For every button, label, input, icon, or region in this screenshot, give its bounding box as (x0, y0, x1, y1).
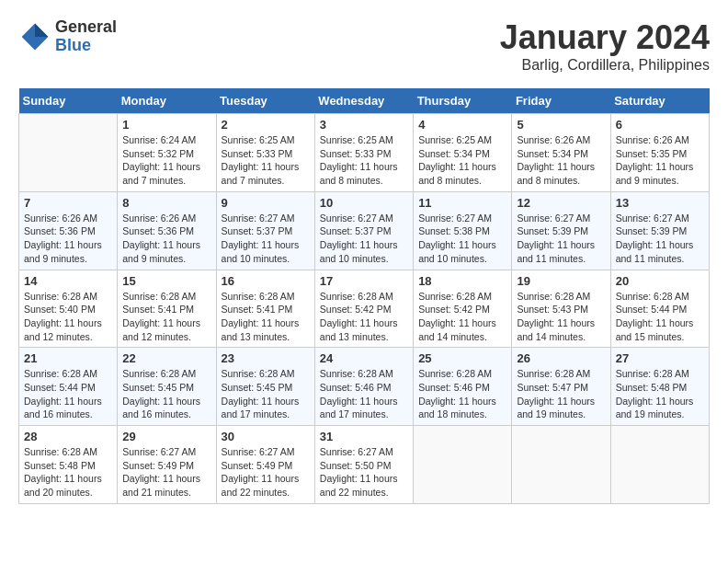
day-number: 23 (222, 351, 310, 365)
calendar-day-cell: 30Sunrise: 6:27 AMSunset: 5:49 PMDayligh… (216, 426, 314, 504)
calendar-day-cell: 29Sunrise: 6:27 AMSunset: 5:49 PMDayligh… (118, 426, 216, 504)
day-info: Sunrise: 6:28 AMSunset: 5:47 PMDaylight:… (517, 367, 605, 421)
day-number: 14 (24, 274, 112, 288)
calendar-day-cell: 21Sunrise: 6:28 AMSunset: 5:44 PMDayligh… (19, 348, 118, 426)
col-header-wednesday: Wednesday (314, 88, 413, 114)
day-number: 13 (616, 196, 704, 210)
col-header-monday: Monday (118, 88, 216, 114)
day-info: Sunrise: 6:26 AMSunset: 5:36 PMDaylight:… (122, 212, 210, 266)
calendar-day-cell: 31Sunrise: 6:27 AMSunset: 5:50 PMDayligh… (314, 426, 413, 504)
day-number: 28 (24, 430, 112, 443)
day-info: Sunrise: 6:28 AMSunset: 5:48 PMDaylight:… (616, 367, 704, 421)
col-header-saturday: Saturday (610, 88, 709, 114)
calendar-day-cell: 7Sunrise: 6:26 AMSunset: 5:36 PMDaylight… (19, 191, 118, 270)
calendar-table: SundayMondayTuesdayWednesdayThursdayFrid… (18, 88, 710, 504)
calendar-week-row: 1Sunrise: 6:24 AMSunset: 5:32 PMDaylight… (19, 114, 710, 192)
calendar-header-row: SundayMondayTuesdayWednesdayThursdayFrid… (19, 88, 710, 114)
day-number: 31 (320, 430, 408, 443)
logo-text: General Blue (55, 18, 117, 55)
day-info: Sunrise: 6:27 AMSunset: 5:37 PMDaylight:… (222, 212, 310, 266)
day-info: Sunrise: 6:28 AMSunset: 5:41 PMDaylight:… (122, 290, 210, 344)
calendar-day-cell: 17Sunrise: 6:28 AMSunset: 5:42 PMDayligh… (314, 270, 413, 348)
logo: General Blue (18, 18, 117, 55)
calendar-day-cell: 4Sunrise: 6:25 AMSunset: 5:34 PMDaylight… (414, 114, 512, 192)
day-info: Sunrise: 6:27 AMSunset: 5:49 PMDaylight:… (222, 445, 310, 500)
logo-icon (18, 20, 51, 53)
day-info: Sunrise: 6:27 AMSunset: 5:37 PMDaylight:… (320, 212, 408, 266)
page-header: General Blue January 2024 Barlig, Cordil… (18, 18, 710, 74)
day-info: Sunrise: 6:28 AMSunset: 5:40 PMDaylight:… (24, 290, 112, 344)
svg-marker-1 (35, 23, 48, 36)
calendar-day-cell (414, 426, 512, 504)
day-number: 20 (616, 274, 704, 288)
calendar-day-cell: 10Sunrise: 6:27 AMSunset: 5:37 PMDayligh… (314, 191, 413, 270)
calendar-day-cell: 8Sunrise: 6:26 AMSunset: 5:36 PMDaylight… (118, 191, 216, 270)
day-info: Sunrise: 6:26 AMSunset: 5:34 PMDaylight:… (517, 133, 605, 188)
day-info: Sunrise: 6:24 AMSunset: 5:32 PMDaylight:… (122, 133, 210, 188)
day-number: 3 (320, 118, 408, 132)
day-number: 27 (616, 351, 704, 365)
day-number: 16 (222, 274, 310, 288)
calendar-week-row: 14Sunrise: 6:28 AMSunset: 5:40 PMDayligh… (19, 270, 710, 348)
day-info: Sunrise: 6:28 AMSunset: 5:46 PMDaylight:… (320, 367, 408, 421)
calendar-day-cell: 1Sunrise: 6:24 AMSunset: 5:32 PMDaylight… (118, 114, 216, 192)
day-info: Sunrise: 6:25 AMSunset: 5:33 PMDaylight:… (222, 133, 310, 188)
day-info: Sunrise: 6:26 AMSunset: 5:35 PMDaylight:… (616, 133, 704, 188)
calendar-day-cell (19, 114, 118, 192)
calendar-day-cell: 2Sunrise: 6:25 AMSunset: 5:33 PMDaylight… (216, 114, 314, 192)
day-info: Sunrise: 6:28 AMSunset: 5:42 PMDaylight:… (418, 290, 506, 344)
calendar-day-cell: 19Sunrise: 6:28 AMSunset: 5:43 PMDayligh… (512, 270, 610, 348)
calendar-day-cell: 14Sunrise: 6:28 AMSunset: 5:40 PMDayligh… (19, 270, 118, 348)
day-number: 17 (320, 274, 408, 288)
day-number: 30 (222, 430, 310, 443)
calendar-week-row: 28Sunrise: 6:28 AMSunset: 5:48 PMDayligh… (19, 426, 710, 504)
location-subtitle: Barlig, Cordillera, Philippines (500, 57, 710, 74)
calendar-day-cell: 23Sunrise: 6:28 AMSunset: 5:45 PMDayligh… (216, 348, 314, 426)
day-info: Sunrise: 6:28 AMSunset: 5:45 PMDaylight:… (122, 367, 210, 421)
title-block: January 2024 Barlig, Cordillera, Philipp… (500, 18, 710, 74)
day-number: 18 (418, 274, 506, 288)
day-info: Sunrise: 6:28 AMSunset: 5:43 PMDaylight:… (517, 290, 605, 344)
day-number: 6 (616, 118, 704, 132)
calendar-day-cell: 9Sunrise: 6:27 AMSunset: 5:37 PMDaylight… (216, 191, 314, 270)
calendar-day-cell: 26Sunrise: 6:28 AMSunset: 5:47 PMDayligh… (512, 348, 610, 426)
col-header-friday: Friday (512, 88, 610, 114)
calendar-day-cell: 24Sunrise: 6:28 AMSunset: 5:46 PMDayligh… (314, 348, 413, 426)
day-number: 19 (517, 274, 605, 288)
day-number: 26 (517, 351, 605, 365)
day-number: 8 (122, 196, 210, 210)
day-number: 22 (122, 351, 210, 365)
day-info: Sunrise: 6:27 AMSunset: 5:39 PMDaylight:… (616, 212, 704, 266)
day-number: 1 (122, 118, 210, 132)
day-number: 2 (222, 118, 310, 132)
day-number: 24 (320, 351, 408, 365)
calendar-day-cell: 22Sunrise: 6:28 AMSunset: 5:45 PMDayligh… (118, 348, 216, 426)
calendar-week-row: 21Sunrise: 6:28 AMSunset: 5:44 PMDayligh… (19, 348, 710, 426)
day-info: Sunrise: 6:27 AMSunset: 5:39 PMDaylight:… (517, 212, 605, 266)
day-info: Sunrise: 6:28 AMSunset: 5:48 PMDaylight:… (24, 445, 112, 500)
calendar-day-cell: 13Sunrise: 6:27 AMSunset: 5:39 PMDayligh… (610, 191, 709, 270)
day-number: 7 (24, 196, 112, 210)
calendar-day-cell: 20Sunrise: 6:28 AMSunset: 5:44 PMDayligh… (610, 270, 709, 348)
day-info: Sunrise: 6:28 AMSunset: 5:44 PMDaylight:… (616, 290, 704, 344)
day-number: 21 (24, 351, 112, 365)
day-info: Sunrise: 6:27 AMSunset: 5:50 PMDaylight:… (320, 445, 408, 500)
col-header-thursday: Thursday (414, 88, 512, 114)
day-info: Sunrise: 6:28 AMSunset: 5:42 PMDaylight:… (320, 290, 408, 344)
calendar-day-cell: 16Sunrise: 6:28 AMSunset: 5:41 PMDayligh… (216, 270, 314, 348)
day-info: Sunrise: 6:25 AMSunset: 5:33 PMDaylight:… (320, 133, 408, 188)
calendar-day-cell: 3Sunrise: 6:25 AMSunset: 5:33 PMDaylight… (314, 114, 413, 192)
day-info: Sunrise: 6:25 AMSunset: 5:34 PMDaylight:… (418, 133, 506, 188)
calendar-day-cell (610, 426, 709, 504)
day-info: Sunrise: 6:28 AMSunset: 5:45 PMDaylight:… (222, 367, 310, 421)
day-info: Sunrise: 6:27 AMSunset: 5:38 PMDaylight:… (418, 212, 506, 266)
day-number: 10 (320, 196, 408, 210)
day-info: Sunrise: 6:26 AMSunset: 5:36 PMDaylight:… (24, 212, 112, 266)
day-number: 29 (122, 430, 210, 443)
day-info: Sunrise: 6:28 AMSunset: 5:41 PMDaylight:… (222, 290, 310, 344)
calendar-day-cell: 28Sunrise: 6:28 AMSunset: 5:48 PMDayligh… (19, 426, 118, 504)
calendar-day-cell: 18Sunrise: 6:28 AMSunset: 5:42 PMDayligh… (414, 270, 512, 348)
calendar-day-cell: 12Sunrise: 6:27 AMSunset: 5:39 PMDayligh… (512, 191, 610, 270)
day-number: 15 (122, 274, 210, 288)
calendar-day-cell: 5Sunrise: 6:26 AMSunset: 5:34 PMDaylight… (512, 114, 610, 192)
